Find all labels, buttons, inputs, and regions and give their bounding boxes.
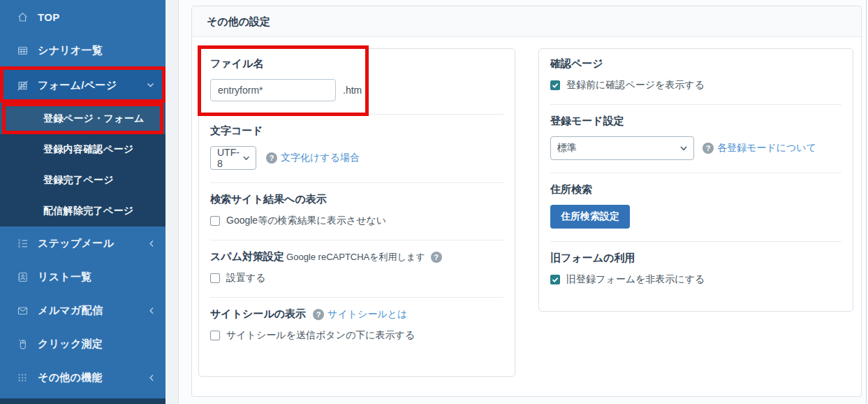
sidebar-item-form-page[interactable]: フォーム/ページ bbox=[0, 67, 165, 103]
old-form-checkbox[interactable] bbox=[550, 275, 560, 284]
checkbox-label: 旧登録フォームを非表示にする bbox=[566, 273, 705, 286]
registration-mode-selected-value: 標準 bbox=[557, 142, 577, 154]
charset-help-link[interactable]: 文字化けする場合 bbox=[281, 152, 360, 164]
sidebar-subitem-label: 配信解除完了ページ bbox=[43, 205, 133, 217]
settings-panel-left: ファイル名 .htm 文字コード UTF-8 ? 文字化けする場合 検索サイト結… bbox=[198, 48, 515, 377]
sidebar-subitem-registration-confirm-page[interactable]: 登録内容確認ページ bbox=[0, 134, 165, 165]
sidebar-item-other-functions[interactable]: その他の機能 bbox=[0, 361, 165, 394]
search-result-checkbox-row[interactable]: Google等の検索結果に表示させない bbox=[210, 215, 503, 227]
registration-mode-heading: 登録モード設定 bbox=[550, 115, 841, 128]
sidebar-subitem-label: 登録内容確認ページ bbox=[43, 143, 133, 156]
window-right-edge bbox=[866, 0, 867, 404]
help-icon[interactable]: ? bbox=[313, 309, 324, 320]
spam-note: Google reCAPTCHAを利用します bbox=[286, 251, 425, 264]
table-icon bbox=[17, 45, 29, 57]
sidebar: TOP シナリオ一覧 フォーム/ページ 登録ページ・フォーム bbox=[0, 0, 165, 404]
confirm-page-checkbox[interactable] bbox=[550, 80, 560, 90]
registration-mode-help-link[interactable]: 各登録モードについて bbox=[717, 142, 816, 154]
section-spam-protection: スパム対策設定 Google reCAPTCHAを利用します ? 設置する bbox=[210, 240, 503, 298]
confirm-page-heading: 確認ページ bbox=[550, 57, 841, 71]
spam-checkbox-row[interactable]: 設置する bbox=[210, 272, 503, 284]
sidebar-item-top[interactable]: TOP bbox=[0, 0, 165, 34]
address-search-settings-button[interactable]: 住所検索設定 bbox=[550, 205, 630, 229]
form-page-icon bbox=[17, 80, 29, 92]
sidebar-item-click-measure[interactable]: クリック測定 bbox=[0, 327, 165, 361]
chevron-down-icon bbox=[147, 82, 154, 88]
sidebar-subitem-unsubscribe-complete-page[interactable]: 配信解除完了ページ bbox=[0, 196, 165, 226]
confirm-page-checkbox-row[interactable]: 登録前に確認ページを表示する bbox=[550, 79, 841, 92]
section-registration-mode: 登録モード設定 標準 ? 各登録モードについて bbox=[550, 105, 841, 173]
section-filename: ファイル名 .htm bbox=[210, 49, 503, 115]
section-old-form: 旧フォームの利用 旧登録フォームを非表示にする bbox=[550, 242, 841, 298]
sidebar-item-label: TOP bbox=[38, 11, 154, 23]
page-title: その他の設定 bbox=[192, 6, 861, 37]
spam-heading: スパム対策設定 bbox=[210, 250, 284, 264]
address-search-heading: 住所検索 bbox=[550, 183, 841, 196]
sidebar-bottom-strip bbox=[0, 398, 165, 404]
select-chevron-icon bbox=[680, 146, 687, 151]
content-gap bbox=[165, 0, 178, 404]
checkbox-label: 登録前に確認ページを表示する bbox=[566, 79, 705, 92]
home-icon bbox=[17, 11, 29, 23]
site-seal-help-link[interactable]: サイトシールとは bbox=[328, 308, 407, 321]
charset-heading: 文字コード bbox=[210, 124, 503, 138]
section-charset: 文字コード UTF-8 ? 文字化けする場合 bbox=[210, 115, 503, 183]
sidebar-item-label: シナリオ一覧 bbox=[38, 44, 154, 57]
section-site-seal: サイトシールの表示 ? サイトシールとは サイトシールを送信ボタンの下に表示する bbox=[210, 298, 503, 354]
help-icon[interactable]: ? bbox=[266, 152, 277, 164]
site-seal-checkbox-row[interactable]: サイトシールを送信ボタンの下に表示する bbox=[210, 329, 503, 342]
filename-input[interactable] bbox=[210, 79, 336, 101]
registration-mode-select[interactable]: 標準 bbox=[550, 136, 694, 160]
mouse-icon bbox=[17, 338, 29, 350]
old-form-heading: 旧フォームの利用 bbox=[550, 252, 841, 265]
sidebar-submenu: 登録ページ・フォーム 登録内容確認ページ 登録完了ページ 配信解除完了ページ bbox=[0, 103, 165, 226]
select-chevron-icon bbox=[243, 156, 249, 161]
chevron-left-icon bbox=[149, 307, 154, 315]
sidebar-item-list[interactable]: リスト一覧 bbox=[0, 260, 165, 294]
sidebar-item-scenario-list[interactable]: シナリオ一覧 bbox=[0, 34, 165, 67]
site-seal-heading: サイトシールの表示 bbox=[210, 308, 306, 321]
section-confirm-page: 確認ページ 登録前に確認ページを表示する bbox=[550, 49, 841, 105]
spam-checkbox[interactable] bbox=[210, 273, 220, 283]
check-icon bbox=[552, 276, 559, 283]
sidebar-item-label: クリック測定 bbox=[38, 338, 154, 351]
chevron-left-icon bbox=[149, 240, 154, 247]
checkbox-label: Google等の検索結果に表示させない bbox=[226, 215, 386, 227]
sidebar-item-step-mail[interactable]: ステップメール bbox=[0, 226, 165, 260]
dots-grid-icon bbox=[17, 372, 29, 384]
charset-selected-value: UTF-8 bbox=[217, 147, 243, 169]
settings-card: その他の設定 ファイル名 .htm 文字コード UTF-8 ? 文字化けする場合 bbox=[191, 6, 862, 397]
ordered-list-icon bbox=[17, 238, 29, 250]
help-icon[interactable]: ? bbox=[431, 252, 442, 263]
check-icon bbox=[552, 82, 559, 89]
charset-select[interactable]: UTF-8 bbox=[210, 146, 256, 170]
sidebar-item-mail-magazine[interactable]: メルマガ配信 bbox=[0, 294, 165, 327]
old-form-checkbox-row[interactable]: 旧登録フォームを非表示にする bbox=[550, 273, 841, 286]
filename-suffix: .htm bbox=[343, 85, 362, 96]
sidebar-item-label: リスト一覧 bbox=[38, 270, 154, 284]
search-result-checkbox[interactable] bbox=[210, 216, 220, 226]
sidebar-subitem-registration-complete-page[interactable]: 登録完了ページ bbox=[0, 165, 165, 196]
sidebar-item-label: その他の機能 bbox=[38, 371, 149, 384]
section-search-result-display: 検索サイト結果への表示 Google等の検索結果に表示させない bbox=[210, 183, 503, 240]
chevron-left-icon bbox=[149, 374, 154, 382]
envelope-icon bbox=[17, 305, 29, 317]
sidebar-item-label: ステップメール bbox=[38, 237, 149, 250]
sidebar-item-label: フォーム/ページ bbox=[38, 79, 147, 92]
address-book-icon bbox=[17, 271, 29, 283]
site-seal-checkbox[interactable] bbox=[210, 331, 220, 340]
sidebar-subitem-registration-page-form[interactable]: 登録ページ・フォーム bbox=[0, 103, 165, 134]
checkbox-label: 設置する bbox=[226, 272, 266, 284]
section-address-search: 住所検索 住所検索設定 bbox=[550, 173, 841, 242]
sidebar-item-label: メルマガ配信 bbox=[38, 304, 149, 317]
help-icon[interactable]: ? bbox=[703, 143, 714, 154]
checkbox-label: サイトシールを送信ボタンの下に表示する bbox=[226, 329, 415, 342]
filename-heading: ファイル名 bbox=[210, 57, 503, 71]
settings-panel-right: 確認ページ 登録前に確認ページを表示する 登録モード設定 標準 ? 各登録モード… bbox=[538, 48, 853, 312]
sidebar-subitem-label: 登録ページ・フォーム bbox=[43, 113, 145, 125]
search-result-heading: 検索サイト結果への表示 bbox=[210, 193, 503, 206]
sidebar-subitem-label: 登録完了ページ bbox=[43, 174, 114, 187]
